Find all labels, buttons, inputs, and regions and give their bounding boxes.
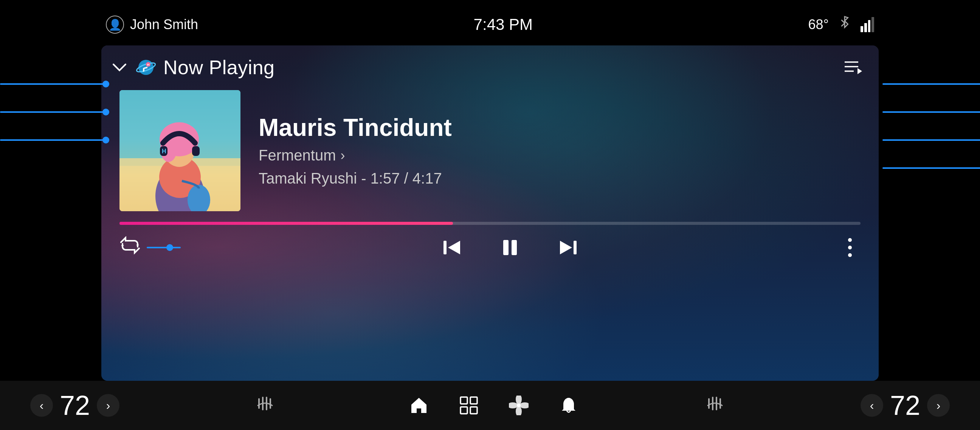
svg-point-41 (516, 406, 522, 415)
left-slider-1[interactable] (0, 83, 106, 85)
header-left: H Now Playing (110, 56, 275, 79)
bottom-bar: ‹ 72 › (0, 381, 980, 430)
svg-marker-20 (121, 245, 124, 247)
svg-rect-34 (460, 397, 467, 404)
repeat-section (119, 236, 181, 259)
right-slider-2[interactable] (883, 111, 980, 113)
svg-point-27 (848, 238, 852, 242)
main-controls (181, 234, 839, 261)
left-vent-icon (255, 394, 275, 417)
left-temp-increase[interactable]: › (97, 394, 119, 417)
svg-marker-26 (560, 241, 572, 254)
progress-fill (119, 222, 453, 225)
collapse-button[interactable] (110, 58, 129, 77)
right-temp-control: ‹ 72 › (861, 390, 950, 421)
progress-section[interactable] (101, 211, 879, 225)
right-temp-increase[interactable]: › (927, 394, 950, 417)
svg-rect-35 (470, 397, 477, 404)
svg-rect-37 (470, 407, 477, 414)
svg-rect-24 (512, 240, 517, 255)
album-art: H (119, 90, 240, 211)
bottom-nav (409, 396, 579, 415)
right-slider-4[interactable] (883, 167, 980, 169)
bluetooth-icon (838, 16, 851, 34)
right-temp-value: 72 (886, 390, 924, 421)
left-slider-2[interactable] (0, 111, 106, 113)
temperature-display: 68° (808, 17, 829, 32)
right-slider-3[interactable] (883, 139, 980, 141)
user-name: John Smith (130, 17, 198, 32)
repeat-button[interactable] (119, 236, 141, 259)
status-time: 7:43 PM (474, 16, 533, 34)
right-vent-icon (705, 394, 725, 417)
right-sliders (879, 83, 980, 169)
left-temp-decrease[interactable]: ‹ (30, 394, 53, 417)
controls-section (101, 225, 879, 269)
progress-track[interactable] (119, 222, 861, 225)
svg-marker-7 (858, 68, 862, 74)
left-slider-3[interactable] (0, 139, 106, 141)
track-artist-time: Tamaki Ryushi - 1:57 / 4:17 (259, 170, 861, 187)
svg-marker-19 (136, 244, 139, 245)
now-playing-title: Now Playing (163, 56, 275, 79)
grid-button[interactable] (459, 396, 479, 415)
svg-text:H: H (147, 63, 150, 67)
svg-point-40 (520, 402, 528, 408)
svg-point-42 (509, 402, 518, 408)
svg-rect-16 (192, 146, 200, 156)
fan-button[interactable] (509, 396, 528, 415)
player-header: H Now Playing (101, 45, 879, 86)
bell-button[interactable] (559, 396, 579, 415)
next-button[interactable] (554, 234, 581, 261)
user-avatar-icon: 👤 (106, 16, 124, 34)
repeat-slider[interactable] (147, 247, 181, 248)
svg-point-39 (516, 396, 522, 404)
svg-rect-25 (574, 241, 577, 254)
home-button[interactable] (409, 396, 429, 415)
status-bar: 👤 John Smith 7:43 PM 68° (0, 0, 980, 49)
track-album: Fermentum (259, 147, 336, 164)
more-button[interactable] (839, 237, 861, 258)
svg-rect-23 (503, 240, 509, 255)
signal-icon (861, 17, 874, 32)
svg-point-29 (848, 253, 852, 257)
track-details: Mauris Tincidunt Fermentum › Tamaki Ryus… (259, 114, 861, 187)
track-album-arrow: › (340, 148, 345, 163)
track-album-row[interactable]: Fermentum › (259, 147, 861, 164)
svg-marker-22 (448, 241, 460, 254)
left-sliders (0, 83, 101, 141)
music-app-icon: H (136, 58, 156, 77)
track-info-section: H Mauris Tincidunt Fermentum › Tamaki Ry… (101, 86, 879, 211)
right-temp-decrease[interactable]: ‹ (861, 394, 883, 417)
player-card: H Now Playing (101, 45, 879, 381)
svg-text:H: H (162, 148, 166, 154)
queue-button[interactable] (844, 58, 864, 77)
status-right: 68° (808, 16, 874, 34)
status-left: 👤 John Smith (106, 16, 198, 34)
left-temp-control: ‹ 72 › (30, 390, 119, 421)
left-temp-value: 72 (56, 390, 94, 421)
svg-point-28 (848, 246, 852, 249)
right-slider-1[interactable] (883, 83, 980, 85)
svg-rect-21 (444, 241, 447, 254)
previous-button[interactable] (439, 234, 466, 261)
pause-button[interactable] (496, 234, 523, 261)
svg-rect-36 (460, 407, 467, 414)
track-title: Mauris Tincidunt (259, 114, 861, 141)
